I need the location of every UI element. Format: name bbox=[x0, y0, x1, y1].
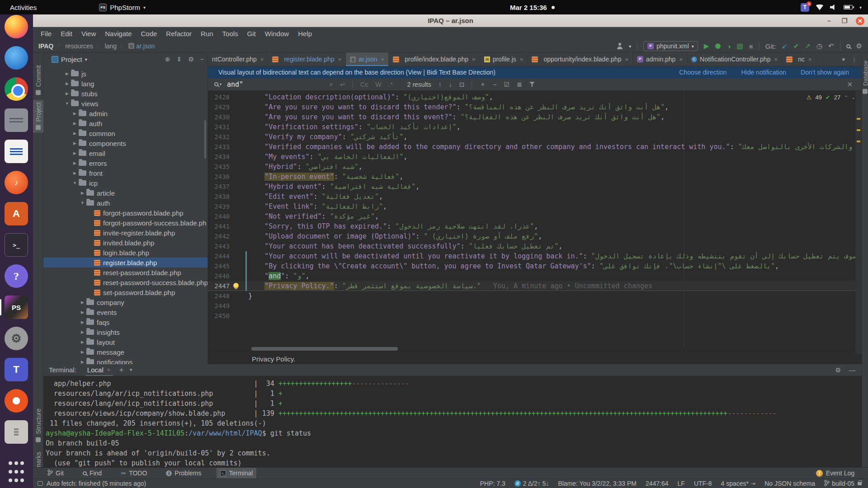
expand-collapse-icon[interactable]: ⇕ bbox=[177, 56, 182, 63]
code-line-2438[interactable]: 2438 "Edit event": "تعديل فعالية", bbox=[208, 192, 862, 202]
tool-window-button-todo[interactable]: ≔TODO bbox=[117, 468, 151, 479]
close-search-icon[interactable]: ✕ bbox=[847, 80, 853, 89]
tab-ntcontroller-php[interactable]: ntController.php× bbox=[208, 52, 268, 66]
tree-item-lang[interactable]: ▶lang bbox=[43, 79, 208, 89]
chevron-down-icon[interactable]: ▾ bbox=[629, 44, 631, 49]
code-line-2440[interactable]: 2440 "Not verified": "غير مؤكدة", bbox=[208, 211, 862, 221]
dock-icon-settings[interactable]: ⚙ bbox=[5, 327, 28, 350]
tree-item-forgot-password-success-blade-ph[interactable]: forgot-password-success.blade.ph bbox=[43, 218, 208, 228]
coverage-button[interactable]: ◑ bbox=[726, 42, 731, 50]
close-terminal-tab-icon[interactable]: × bbox=[107, 364, 110, 376]
close-tab-icon[interactable]: × bbox=[808, 56, 812, 63]
teams-icon[interactable]: T1 bbox=[801, 3, 809, 12]
tab-profile-js[interactable]: JSprofile.js× bbox=[480, 52, 528, 66]
code-line-2433[interactable]: 2433 "Verified companies will be added t… bbox=[208, 142, 862, 152]
code-line-2432[interactable]: 2432 "Verify my company": "تأكيد شركتي", bbox=[208, 132, 862, 142]
user-account-icon[interactable] bbox=[617, 43, 623, 49]
window-titlebar[interactable]: IPAQ – ar.json – ❒ ✕ bbox=[33, 14, 868, 27]
locate-file-icon[interactable]: ⊕ bbox=[165, 56, 170, 63]
breadcrumb-item[interactable]: {}ar.json bbox=[128, 42, 155, 50]
menu-item-help[interactable]: Help bbox=[293, 28, 316, 39]
tree-item-stubs[interactable]: ▶stubs bbox=[43, 89, 208, 99]
rollback-icon[interactable]: ↶ bbox=[828, 42, 834, 50]
tree-item-js[interactable]: ▶js bbox=[43, 69, 208, 79]
tool-window-button-terminal[interactable]: >_Terminal bbox=[217, 468, 256, 479]
new-terminal-session-icon[interactable]: + bbox=[119, 366, 123, 374]
activities-button[interactable]: Activities bbox=[6, 3, 40, 12]
menu-item-refactor[interactable]: Refactor bbox=[161, 28, 196, 39]
tree-item-auth[interactable]: ▼auth bbox=[43, 198, 208, 208]
regex-toggle[interactable]: .* bbox=[388, 81, 392, 88]
tree-item-events[interactable]: ▶events bbox=[43, 307, 208, 317]
tree-item-forgot-password-blade-php[interactable]: forgot-password.blade.php bbox=[43, 208, 208, 218]
tool-window-button-git[interactable]: Git bbox=[44, 468, 67, 479]
panel-settings-gear-icon[interactable]: ⚙ bbox=[188, 56, 194, 63]
menu-item-tools[interactable]: Tools bbox=[218, 28, 243, 39]
tab-profile-index-blade-php[interactable]: profile/index.blade.php× bbox=[389, 52, 480, 66]
panel-scrollbar[interactable] bbox=[204, 120, 206, 159]
tree-item-front[interactable]: ▶front bbox=[43, 168, 208, 178]
tree-item-article[interactable]: ▶article bbox=[43, 188, 208, 198]
banner-link-hide-notification[interactable]: Hide notification bbox=[741, 69, 786, 76]
menu-item-git[interactable]: Git bbox=[243, 28, 260, 39]
volume-icon[interactable] bbox=[830, 4, 837, 10]
code-line-2437[interactable]: 2437 "Hybrid event": "فعالية شبه افتراضي… bbox=[208, 182, 862, 192]
status-item-2447-64[interactable]: 2447:64 bbox=[646, 480, 669, 487]
battery-icon[interactable] bbox=[844, 5, 853, 9]
dock-icon-firefox[interactable] bbox=[5, 15, 28, 38]
tab-notificationcontroller-php[interactable]: CNotificationController.php× bbox=[687, 52, 782, 66]
clear-search-icon[interactable]: × bbox=[329, 81, 333, 88]
menu-item-file[interactable]: File bbox=[36, 28, 56, 39]
match-case-toggle[interactable]: Cc bbox=[360, 81, 368, 88]
error-stripe[interactable] bbox=[855, 91, 862, 353]
prev-occurrence-icon[interactable]: ↑ bbox=[439, 81, 442, 88]
status-item-no-json-schema[interactable]: No JSON schema bbox=[764, 480, 815, 487]
event-log-button[interactable]: 7Event Log bbox=[816, 469, 868, 477]
tree-item-register-blade-php[interactable]: register.blade.php bbox=[43, 258, 208, 267]
code-line-2450[interactable]: 2450 bbox=[208, 311, 862, 321]
status-item-utf-8[interactable]: UTF-8 bbox=[694, 480, 712, 487]
code-line-2448[interactable]: 2448} bbox=[208, 291, 862, 301]
warning-mark[interactable] bbox=[857, 118, 860, 120]
tree-item-reset-password-success-blade-php[interactable]: reset-password-success.blade.php bbox=[43, 277, 208, 287]
menu-item-window[interactable]: Window bbox=[260, 28, 293, 39]
chevron-down-icon[interactable]: ▾ bbox=[859, 5, 862, 10]
code-line-2441[interactable]: 2441 "Sorry, this OTP has expired.": "عذ… bbox=[208, 221, 862, 231]
minimize-button[interactable]: – bbox=[825, 17, 833, 24]
hide-terminal-icon[interactable]: — bbox=[849, 366, 855, 374]
warning-mark[interactable] bbox=[857, 129, 860, 131]
dock-icon-help[interactable]: ? bbox=[5, 264, 28, 288]
status-item-2---2--5-[interactable]: ⇵2 Δ/2↑ 5↓ bbox=[514, 480, 549, 487]
tree-item-admin[interactable]: ▶admin bbox=[43, 108, 208, 118]
breadcrumb-item[interactable]: IPAQ bbox=[38, 42, 53, 50]
tool-stripe-project[interactable]: Project bbox=[33, 100, 43, 133]
dock-icon-archive-manager[interactable] bbox=[5, 420, 28, 444]
tab-register-blade-php[interactable]: register.blade.php× bbox=[268, 52, 346, 66]
tab-ar-json[interactable]: {}ar.json× bbox=[346, 52, 389, 66]
dock-icon-chrome[interactable] bbox=[5, 77, 28, 101]
code-line-2449[interactable]: 2449 bbox=[208, 301, 862, 311]
inspections-widget[interactable]: ⚠ 49 ✔ 27 ⌃ ⌄ bbox=[807, 94, 855, 101]
code-line-2439[interactable]: 2439 "Event link": "رابط الفعالية", bbox=[208, 202, 862, 211]
tree-item-components[interactable]: ▶components bbox=[43, 138, 208, 148]
remove-occurrence-icon[interactable]: − bbox=[493, 81, 496, 88]
add-occurrence-icon[interactable]: ＋ bbox=[479, 80, 486, 89]
tab-admin-php[interactable]: Padmin.php× bbox=[633, 52, 687, 66]
tree-item-insights[interactable]: ▶insights bbox=[43, 327, 208, 337]
horizontal-scrollbar[interactable] bbox=[251, 347, 398, 351]
tree-item-company[interactable]: ▶company bbox=[43, 297, 208, 307]
hide-panel-icon[interactable]: − bbox=[200, 56, 204, 63]
tool-stripe-database[interactable]: Database bbox=[862, 59, 868, 97]
tree-item-auth[interactable]: ▶auth bbox=[43, 118, 208, 128]
dock-icon-ubuntu-software[interactable]: A bbox=[5, 202, 28, 225]
close-tab-icon[interactable]: × bbox=[774, 56, 778, 63]
tool-stripe-structure[interactable]: Structure bbox=[33, 407, 43, 445]
tree-item-icp[interactable]: ▼icp bbox=[43, 178, 208, 188]
code-line-2445[interactable]: 2445 "By clicking the \"Create account\"… bbox=[208, 261, 862, 271]
dock-icon-show-applications[interactable] bbox=[5, 460, 28, 483]
code-line-2434[interactable]: 2434 "My events": "الفعاليات الخاصة بي", bbox=[208, 152, 862, 162]
terminal-tab-local[interactable]: Local × bbox=[87, 364, 113, 376]
run-configuration-select[interactable]: P phpunit.xml ▾ bbox=[643, 41, 698, 51]
dock-icon-terminal[interactable]: >_ bbox=[5, 233, 28, 257]
close-tab-icon[interactable]: × bbox=[625, 56, 628, 63]
